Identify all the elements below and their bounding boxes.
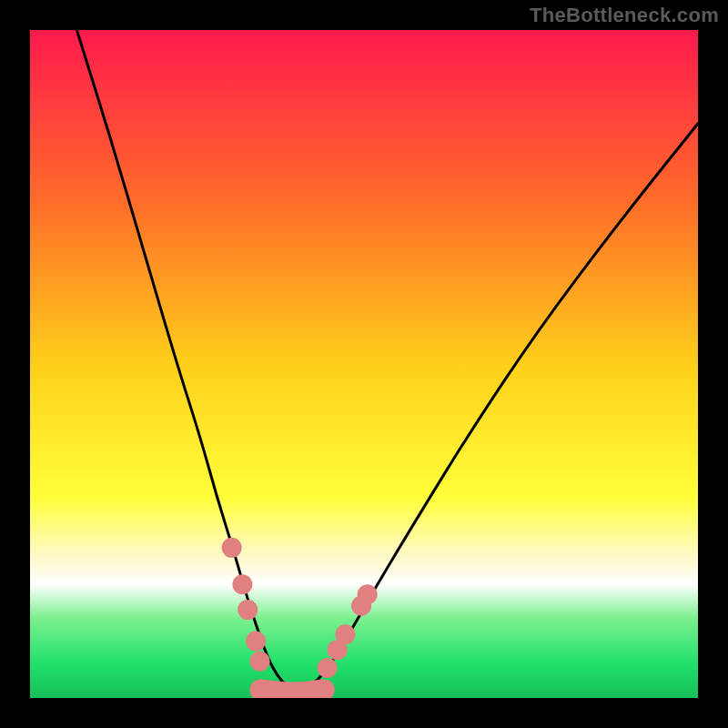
curve-marker xyxy=(246,632,266,652)
curve-marker xyxy=(318,658,338,678)
trough-band xyxy=(260,690,324,693)
curve-marker xyxy=(232,574,252,594)
curve-marker xyxy=(238,600,258,620)
curve-marker xyxy=(222,538,242,558)
bottleneck-chart xyxy=(0,0,728,728)
chart-frame: TheBottleneck.com xyxy=(0,0,728,728)
curve-marker xyxy=(358,584,378,604)
curve-marker xyxy=(335,624,355,644)
curve-marker xyxy=(250,652,270,672)
